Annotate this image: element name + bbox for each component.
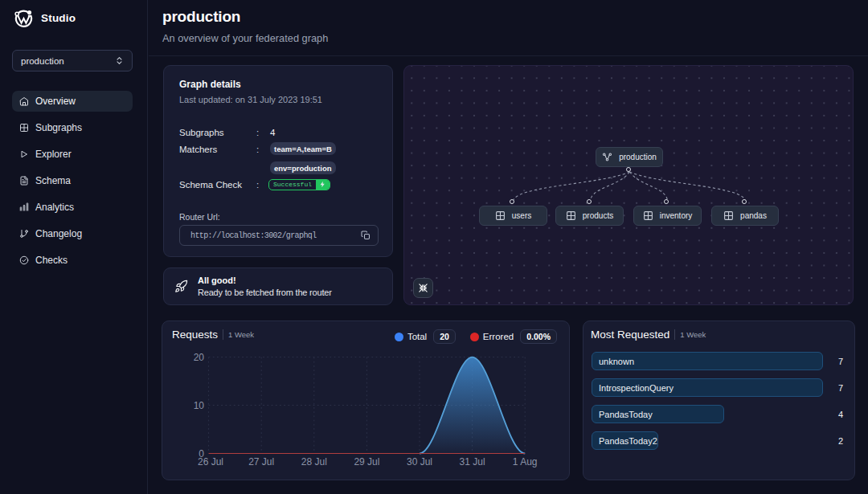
svg-text:28 Jul: 28 Jul bbox=[301, 456, 327, 467]
svg-text:30 Jul: 30 Jul bbox=[407, 456, 432, 467]
svg-text:20: 20 bbox=[194, 352, 205, 363]
svg-text:10: 10 bbox=[194, 400, 205, 411]
svg-text:29 Jul: 29 Jul bbox=[354, 456, 379, 467]
svg-text:26 Jul: 26 Jul bbox=[198, 456, 223, 467]
svg-text:27 Jul: 27 Jul bbox=[248, 456, 274, 467]
svg-text:1 Aug: 1 Aug bbox=[513, 456, 538, 467]
svg-text:31 Jul: 31 Jul bbox=[460, 456, 485, 467]
